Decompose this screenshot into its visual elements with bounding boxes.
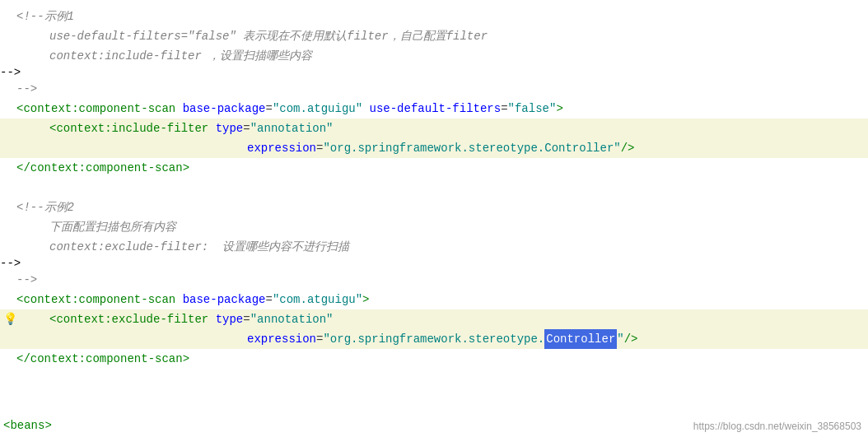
beans-text: <beans> bbox=[3, 419, 52, 432]
code-line-17: </context:component-scan> bbox=[0, 349, 868, 369]
code-line-12: context:exclude-filter: 设置哪些内容不进行扫描 bbox=[0, 237, 868, 257]
eq-5b: = bbox=[501, 99, 507, 119]
val-expr-post-16: " bbox=[617, 329, 623, 349]
tag-name-5: context:component-scan bbox=[23, 99, 175, 119]
code-line-5: <context:component-scan base-package="co… bbox=[0, 99, 868, 119]
comment-text-4: --> bbox=[16, 79, 37, 99]
space-15 bbox=[208, 309, 215, 329]
lightbulb-icon: 💡 bbox=[3, 309, 17, 329]
space-6 bbox=[208, 119, 215, 138]
val-filters-5: "false" bbox=[508, 99, 557, 119]
code-line-10: <!--示例2 bbox=[0, 198, 868, 217]
url-label: https://blog.csdn.net/weixin_38568503 bbox=[693, 421, 861, 432]
eq-7: = bbox=[316, 138, 323, 158]
tag-open-15: < bbox=[49, 309, 56, 329]
eq-16: = bbox=[316, 329, 323, 349]
attr-base-5: base-package bbox=[183, 99, 266, 119]
tag-open-5: < bbox=[16, 99, 23, 119]
attr-filters-5: use-default-filters bbox=[370, 99, 502, 119]
tag-name-6: context:include-filter bbox=[56, 119, 208, 138]
space-5 bbox=[175, 99, 182, 119]
highlighted-controller: Controller bbox=[544, 329, 617, 349]
val-expr-pre-16: "org.springframework.stereotype. bbox=[323, 329, 544, 349]
attr-expr-16: expression bbox=[247, 329, 316, 349]
code-line-16: expression="org.springframework.stereoty… bbox=[0, 329, 868, 349]
val-expr-7: "org.springframework.stereotype.Controll… bbox=[323, 138, 620, 158]
code-line-15: 💡 <context:exclude-filter type="annotati… bbox=[0, 309, 868, 329]
val-type-6: "annotation" bbox=[250, 119, 334, 138]
attr-type-6: type bbox=[216, 119, 244, 138]
val-type-15: "annotation" bbox=[250, 309, 334, 329]
attr-type-15: type bbox=[216, 309, 244, 329]
code-line-2: use-default-filters="false" 表示现在不使用默认fil… bbox=[0, 26, 868, 46]
val-base-5: "com.atguigu" bbox=[273, 99, 362, 119]
code-line-14: <context:component-scan base-package="co… bbox=[0, 290, 868, 309]
code-line-13: --> bbox=[0, 270, 868, 290]
code-container: <!--示例1 use-default-filters="false" 表示现在… bbox=[0, 0, 868, 437]
code-line-6: <context:include-filter type="annotation… bbox=[0, 119, 868, 138]
code-line-3: context:include-filter ，设置扫描哪些内容 bbox=[0, 46, 868, 66]
comment-text-13: --> bbox=[16, 270, 37, 290]
code-line-11: 下面配置扫描包所有内容 bbox=[0, 217, 868, 237]
code-line-9 bbox=[0, 178, 868, 198]
comment-text-2: use-default-filters="false" 表示现在不使用默认fil… bbox=[49, 26, 488, 46]
tag-selfclose-16: /> bbox=[624, 329, 638, 349]
tag-open-14: < bbox=[16, 290, 23, 309]
tag-selfclose-7: /> bbox=[621, 138, 635, 158]
tag-close-5: > bbox=[556, 99, 562, 119]
eq-14: = bbox=[265, 290, 272, 309]
close-tag-17: </context:component-scan> bbox=[16, 349, 189, 369]
val-base-14: "com.atguigu" bbox=[273, 290, 362, 309]
comment-text-3: context:include-filter ，设置扫描哪些内容 bbox=[49, 46, 312, 66]
code-line-8: </context:component-scan> bbox=[0, 158, 868, 178]
code-line-1: <!--示例1 bbox=[0, 7, 868, 26]
close-tag-8: </context:component-scan> bbox=[16, 158, 189, 178]
bottom-beans-tag: <beans> bbox=[0, 419, 52, 432]
eq-6: = bbox=[243, 119, 250, 138]
url-text: https://blog.csdn.net/weixin_38568503 bbox=[693, 421, 861, 432]
tag-name-14: context:component-scan bbox=[23, 290, 175, 309]
tag-close-14: > bbox=[362, 290, 369, 309]
tag-open-6: < bbox=[49, 119, 56, 138]
comment-text-12: context:exclude-filter: 设置哪些内容不进行扫描 bbox=[49, 237, 349, 257]
comment-text-10: <!--示例2 bbox=[16, 198, 74, 217]
attr-expr-7: expression bbox=[247, 138, 316, 158]
space-14 bbox=[175, 290, 182, 309]
eq-15: = bbox=[243, 309, 250, 329]
comment-text-1: <!--示例1 bbox=[16, 7, 74, 26]
attr-base-14: base-package bbox=[183, 290, 266, 309]
tag-name-15: context:exclude-filter bbox=[56, 309, 208, 329]
space-5b bbox=[362, 99, 369, 119]
eq-5a: = bbox=[265, 99, 272, 119]
empty-9 bbox=[16, 178, 23, 198]
code-line-4: --> bbox=[0, 79, 868, 99]
code-line-7: expression="org.springframework.stereoty… bbox=[0, 138, 868, 158]
comment-text-11: 下面配置扫描包所有内容 bbox=[49, 217, 176, 237]
